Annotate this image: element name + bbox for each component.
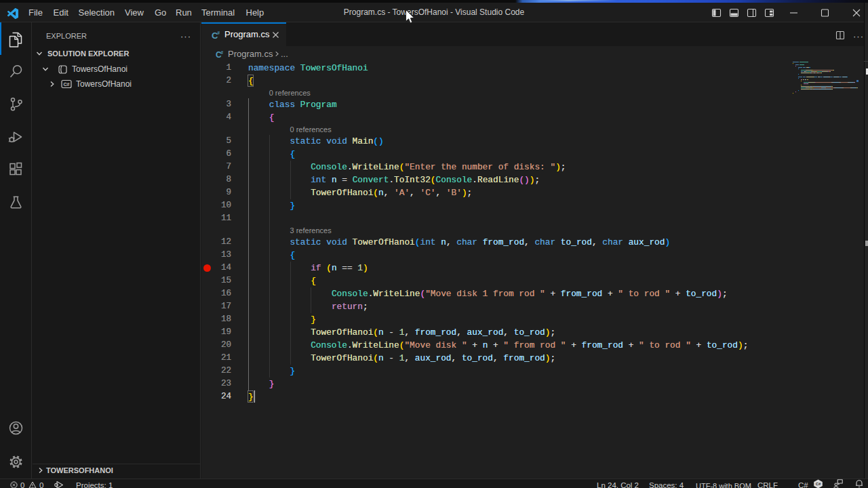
- svg-text:C#: C#: [816, 482, 821, 486]
- svg-text:#: #: [217, 30, 220, 35]
- svg-text:C#: C#: [64, 82, 70, 87]
- svg-text:#: #: [221, 50, 224, 55]
